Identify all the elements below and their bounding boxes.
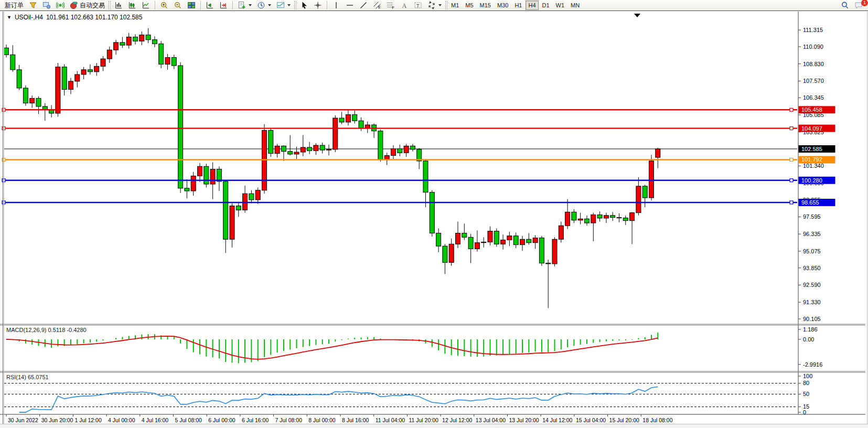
cursor-icon[interactable]	[297, 1, 311, 10]
arrows-button[interactable]	[425, 1, 444, 10]
svg-text:108.830: 108.830	[803, 61, 824, 67]
chat-button[interactable]: 1	[852, 1, 866, 10]
svg-text:100.280: 100.280	[801, 177, 822, 184]
svg-text:8 Jul 00:00: 8 Jul 00:00	[308, 417, 336, 423]
svg-text:105.458: 105.458	[801, 106, 822, 113]
toolbar: 新订单 自动交易	[0, 0, 868, 11]
svg-text:0: 0	[803, 409, 806, 415]
vertical-line-icon[interactable]	[329, 1, 343, 10]
svg-text:111.315: 111.315	[803, 27, 823, 33]
svg-text:13 Jul 20:00: 13 Jul 20:00	[509, 417, 539, 423]
dropdown-arrow-icon	[268, 4, 271, 6]
zoom-out-icon[interactable]	[171, 1, 185, 10]
svg-text:107.570: 107.570	[803, 78, 824, 84]
timeframe-group: M1M5M15M30H1H4D1W1MN	[448, 1, 582, 10]
line-chart-icon[interactable]	[139, 1, 153, 10]
svg-text:14 Jul 12:00: 14 Jul 12:00	[542, 417, 572, 423]
chart-shift-icon[interactable]	[217, 1, 230, 10]
svg-text:A: A	[402, 2, 407, 9]
chart-region: 111.315110.090108.830107.570106.345105.0…	[0, 12, 868, 428]
mt4-terminal: 新订单 自动交易	[0, 0, 868, 428]
svg-text:T: T	[416, 3, 420, 8]
orders-funnel-icon[interactable]	[26, 1, 40, 10]
svg-text:30 Jun 20:00: 30 Jun 20:00	[41, 417, 73, 423]
svg-text:11 Jul 20:00: 11 Jul 20:00	[409, 417, 438, 423]
chart-canvas[interactable]: 111.315110.090108.830107.570106.345105.0…	[0, 12, 868, 428]
crosshair-icon[interactable]	[311, 1, 325, 10]
svg-text:93.850: 93.850	[803, 265, 821, 271]
autotrading-button[interactable]: 自动交易	[67, 1, 108, 10]
toolbar-separator	[200, 1, 201, 9]
dropdown-arrow-icon	[249, 4, 252, 6]
svg-text:50: 50	[803, 391, 809, 397]
svg-text:E: E	[378, 5, 381, 9]
timeframe-button-W1[interactable]: W1	[553, 1, 567, 10]
bar-chart-icon[interactable]	[112, 1, 125, 10]
svg-text:1 Jul 12:00: 1 Jul 12:00	[74, 417, 102, 423]
svg-text:97.595: 97.595	[803, 213, 821, 220]
svg-text:101.792: 101.792	[801, 156, 822, 163]
signals-icon[interactable]	[53, 1, 67, 10]
market-watch-icon[interactable]	[40, 1, 53, 10]
autotrading-icon	[70, 1, 78, 9]
svg-text:90.105: 90.105	[803, 316, 821, 322]
svg-text:4 Jul 00:00: 4 Jul 00:00	[108, 417, 135, 423]
svg-text:5 Jul 08:00: 5 Jul 08:00	[175, 417, 202, 423]
equidistant-channel-icon[interactable]: E	[370, 1, 384, 10]
timeframe-button-D1[interactable]: D1	[540, 1, 552, 10]
svg-text:4 Jul 16:00: 4 Jul 16:00	[142, 417, 169, 423]
svg-text:13 Jul 04:00: 13 Jul 04:00	[476, 417, 506, 423]
period-clock-icon	[257, 1, 265, 9]
notification-badge: 1	[861, 0, 868, 6]
svg-text:95.075: 95.075	[803, 248, 821, 254]
svg-text:12 Jul 12:00: 12 Jul 12:00	[442, 417, 472, 423]
arrows-icon	[427, 1, 436, 9]
timeframe-button-MN[interactable]: MN	[568, 1, 582, 10]
timeframe-button-H1[interactable]: H1	[512, 1, 524, 10]
svg-text:0.00: 0.00	[803, 336, 814, 343]
svg-text:100: 100	[803, 373, 812, 379]
template-button[interactable]	[274, 1, 293, 10]
ohlc-values: 101.961 102.663 101.170 102.585	[46, 14, 143, 21]
toolbar-separator	[232, 1, 233, 9]
timeframe-button-M15[interactable]: M15	[477, 1, 494, 10]
svg-text:106.345: 106.345	[803, 94, 824, 101]
horizontal-line-icon[interactable]	[343, 1, 357, 10]
timeframe-button-M1[interactable]: M1	[448, 1, 462, 10]
period-clock-button[interactable]	[254, 1, 274, 10]
new-chart-button[interactable]	[235, 1, 254, 10]
symbol-timeframe-label: USOil-,H4	[15, 14, 43, 21]
svg-text:102.585: 102.585	[801, 146, 822, 152]
timeframe-button-M30[interactable]: M30	[495, 1, 511, 10]
svg-text:30 Jun 2022: 30 Jun 2022	[8, 417, 38, 423]
fibonacci-icon[interactable]: F	[384, 1, 398, 10]
template-icon	[276, 1, 285, 9]
toolbar-grip	[109, 1, 111, 9]
timeframe-button-M5[interactable]: M5	[463, 1, 476, 10]
svg-text:F: F	[392, 6, 394, 9]
trendline-icon[interactable]	[357, 1, 370, 10]
rsi-indicator-label: RSI(14) 65.0751	[6, 374, 49, 380]
toolbar-separator	[155, 1, 155, 9]
macd-indicator-label: MACD(12,26,9) 0.5118 -0.4280	[6, 327, 87, 333]
svg-text:96.335: 96.335	[803, 231, 821, 237]
svg-text:6 Jul 16:00: 6 Jul 16:00	[242, 417, 269, 423]
auto-trading-label: 自动交易	[80, 1, 105, 10]
svg-text:-2.9916: -2.9916	[803, 361, 822, 368]
search-icon[interactable]	[838, 1, 852, 10]
candlestick-chart-icon[interactable]	[125, 1, 139, 10]
chart-symbol-title: ▼ USOil-,H4 101.961 102.663 101.170 102.…	[7, 14, 142, 21]
text-label-icon[interactable]: T	[411, 1, 425, 10]
dropdown-arrow-icon	[287, 4, 291, 6]
tile-windows-icon[interactable]	[185, 1, 198, 10]
timeframe-button-H4[interactable]: H4	[526, 1, 538, 10]
new-order-button[interactable]: 新订单	[2, 1, 26, 10]
collapse-arrow-icon[interactable]: ▼	[7, 15, 12, 20]
new-chart-icon	[238, 1, 246, 9]
zoom-in-icon[interactable]	[157, 1, 171, 10]
svg-text:91.330: 91.330	[803, 299, 821, 305]
text-icon[interactable]: A	[398, 1, 411, 10]
svg-text:92.590: 92.590	[803, 282, 821, 288]
auto-scroll-icon[interactable]	[203, 1, 217, 10]
svg-text:80: 80	[803, 380, 809, 386]
